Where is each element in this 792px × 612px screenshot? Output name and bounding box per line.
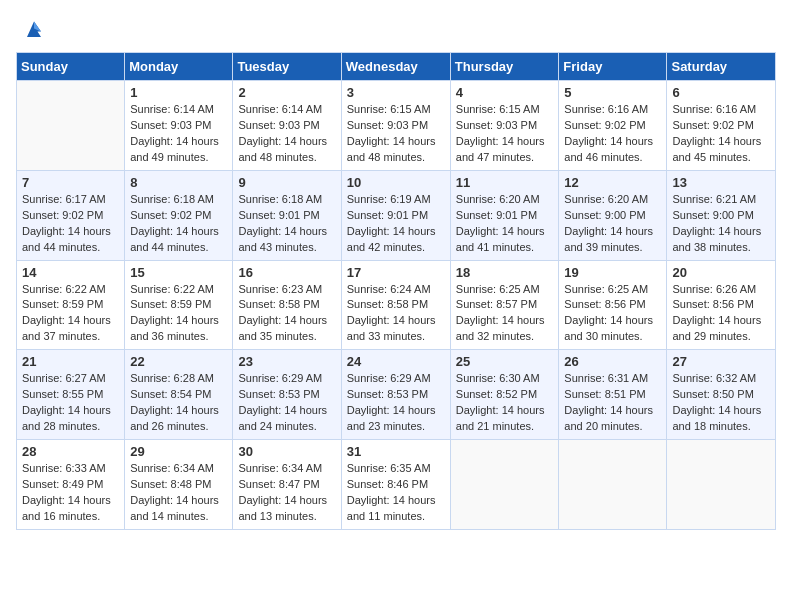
day-number: 29: [130, 444, 227, 459]
cell-info: Sunrise: 6:22 AM Sunset: 8:59 PM Dayligh…: [130, 282, 227, 346]
calendar-cell: 16Sunrise: 6:23 AM Sunset: 8:58 PM Dayli…: [233, 260, 341, 350]
cell-info: Sunrise: 6:32 AM Sunset: 8:50 PM Dayligh…: [672, 371, 770, 435]
day-number: 15: [130, 265, 227, 280]
day-number: 13: [672, 175, 770, 190]
weekday-header-sunday: Sunday: [17, 53, 125, 81]
calendar-cell: [450, 440, 559, 530]
calendar-cell: 7Sunrise: 6:17 AM Sunset: 9:02 PM Daylig…: [17, 170, 125, 260]
day-number: 7: [22, 175, 119, 190]
day-number: 31: [347, 444, 445, 459]
day-number: 3: [347, 85, 445, 100]
day-number: 26: [564, 354, 661, 369]
day-number: 17: [347, 265, 445, 280]
calendar-cell: 3Sunrise: 6:15 AM Sunset: 9:03 PM Daylig…: [341, 81, 450, 171]
day-number: 24: [347, 354, 445, 369]
day-number: 6: [672, 85, 770, 100]
calendar-cell: 26Sunrise: 6:31 AM Sunset: 8:51 PM Dayli…: [559, 350, 667, 440]
cell-info: Sunrise: 6:20 AM Sunset: 9:01 PM Dayligh…: [456, 192, 554, 256]
day-number: 10: [347, 175, 445, 190]
cell-info: Sunrise: 6:22 AM Sunset: 8:59 PM Dayligh…: [22, 282, 119, 346]
calendar-cell: 17Sunrise: 6:24 AM Sunset: 8:58 PM Dayli…: [341, 260, 450, 350]
day-number: 9: [238, 175, 335, 190]
calendar-cell: 8Sunrise: 6:18 AM Sunset: 9:02 PM Daylig…: [125, 170, 233, 260]
calendar-cell: 19Sunrise: 6:25 AM Sunset: 8:56 PM Dayli…: [559, 260, 667, 350]
day-number: 20: [672, 265, 770, 280]
cell-info: Sunrise: 6:16 AM Sunset: 9:02 PM Dayligh…: [672, 102, 770, 166]
cell-info: Sunrise: 6:16 AM Sunset: 9:02 PM Dayligh…: [564, 102, 661, 166]
cell-info: Sunrise: 6:25 AM Sunset: 8:57 PM Dayligh…: [456, 282, 554, 346]
calendar-cell: 21Sunrise: 6:27 AM Sunset: 8:55 PM Dayli…: [17, 350, 125, 440]
day-number: 28: [22, 444, 119, 459]
cell-info: Sunrise: 6:29 AM Sunset: 8:53 PM Dayligh…: [347, 371, 445, 435]
cell-info: Sunrise: 6:25 AM Sunset: 8:56 PM Dayligh…: [564, 282, 661, 346]
day-number: 22: [130, 354, 227, 369]
cell-info: Sunrise: 6:17 AM Sunset: 9:02 PM Dayligh…: [22, 192, 119, 256]
cell-info: Sunrise: 6:20 AM Sunset: 9:00 PM Dayligh…: [564, 192, 661, 256]
calendar-week-4: 21Sunrise: 6:27 AM Sunset: 8:55 PM Dayli…: [17, 350, 776, 440]
day-number: 14: [22, 265, 119, 280]
calendar-cell: 29Sunrise: 6:34 AM Sunset: 8:48 PM Dayli…: [125, 440, 233, 530]
day-number: 19: [564, 265, 661, 280]
cell-info: Sunrise: 6:33 AM Sunset: 8:49 PM Dayligh…: [22, 461, 119, 525]
cell-info: Sunrise: 6:14 AM Sunset: 9:03 PM Dayligh…: [130, 102, 227, 166]
calendar-week-1: 1Sunrise: 6:14 AM Sunset: 9:03 PM Daylig…: [17, 81, 776, 171]
calendar-cell: 31Sunrise: 6:35 AM Sunset: 8:46 PM Dayli…: [341, 440, 450, 530]
cell-info: Sunrise: 6:34 AM Sunset: 8:48 PM Dayligh…: [130, 461, 227, 525]
cell-info: Sunrise: 6:35 AM Sunset: 8:46 PM Dayligh…: [347, 461, 445, 525]
calendar-cell: 14Sunrise: 6:22 AM Sunset: 8:59 PM Dayli…: [17, 260, 125, 350]
calendar-cell: 4Sunrise: 6:15 AM Sunset: 9:03 PM Daylig…: [450, 81, 559, 171]
calendar-cell: 10Sunrise: 6:19 AM Sunset: 9:01 PM Dayli…: [341, 170, 450, 260]
cell-info: Sunrise: 6:29 AM Sunset: 8:53 PM Dayligh…: [238, 371, 335, 435]
calendar-cell: 9Sunrise: 6:18 AM Sunset: 9:01 PM Daylig…: [233, 170, 341, 260]
cell-info: Sunrise: 6:31 AM Sunset: 8:51 PM Dayligh…: [564, 371, 661, 435]
cell-info: Sunrise: 6:15 AM Sunset: 9:03 PM Dayligh…: [456, 102, 554, 166]
cell-info: Sunrise: 6:21 AM Sunset: 9:00 PM Dayligh…: [672, 192, 770, 256]
cell-info: Sunrise: 6:19 AM Sunset: 9:01 PM Dayligh…: [347, 192, 445, 256]
day-number: 27: [672, 354, 770, 369]
calendar-cell: 28Sunrise: 6:33 AM Sunset: 8:49 PM Dayli…: [17, 440, 125, 530]
cell-info: Sunrise: 6:18 AM Sunset: 9:01 PM Dayligh…: [238, 192, 335, 256]
calendar-cell: [17, 81, 125, 171]
day-number: 25: [456, 354, 554, 369]
calendar-cell: 2Sunrise: 6:14 AM Sunset: 9:03 PM Daylig…: [233, 81, 341, 171]
cell-info: Sunrise: 6:23 AM Sunset: 8:58 PM Dayligh…: [238, 282, 335, 346]
weekday-header-monday: Monday: [125, 53, 233, 81]
cell-info: Sunrise: 6:28 AM Sunset: 8:54 PM Dayligh…: [130, 371, 227, 435]
calendar-cell: 1Sunrise: 6:14 AM Sunset: 9:03 PM Daylig…: [125, 81, 233, 171]
calendar-cell: 23Sunrise: 6:29 AM Sunset: 8:53 PM Dayli…: [233, 350, 341, 440]
weekday-header-saturday: Saturday: [667, 53, 776, 81]
day-number: 30: [238, 444, 335, 459]
day-number: 18: [456, 265, 554, 280]
day-number: 4: [456, 85, 554, 100]
calendar-cell: 6Sunrise: 6:16 AM Sunset: 9:02 PM Daylig…: [667, 81, 776, 171]
page-header: [16, 16, 776, 44]
weekday-header-tuesday: Tuesday: [233, 53, 341, 81]
cell-info: Sunrise: 6:30 AM Sunset: 8:52 PM Dayligh…: [456, 371, 554, 435]
calendar-cell: 30Sunrise: 6:34 AM Sunset: 8:47 PM Dayli…: [233, 440, 341, 530]
cell-info: Sunrise: 6:27 AM Sunset: 8:55 PM Dayligh…: [22, 371, 119, 435]
day-number: 23: [238, 354, 335, 369]
calendar-cell: 13Sunrise: 6:21 AM Sunset: 9:00 PM Dayli…: [667, 170, 776, 260]
calendar-cell: 22Sunrise: 6:28 AM Sunset: 8:54 PM Dayli…: [125, 350, 233, 440]
day-number: 2: [238, 85, 335, 100]
calendar-cell: 18Sunrise: 6:25 AM Sunset: 8:57 PM Dayli…: [450, 260, 559, 350]
cell-info: Sunrise: 6:14 AM Sunset: 9:03 PM Dayligh…: [238, 102, 335, 166]
cell-info: Sunrise: 6:26 AM Sunset: 8:56 PM Dayligh…: [672, 282, 770, 346]
logo: [16, 16, 48, 44]
calendar-cell: 15Sunrise: 6:22 AM Sunset: 8:59 PM Dayli…: [125, 260, 233, 350]
calendar-cell: 12Sunrise: 6:20 AM Sunset: 9:00 PM Dayli…: [559, 170, 667, 260]
weekday-header-wednesday: Wednesday: [341, 53, 450, 81]
calendar-header: SundayMondayTuesdayWednesdayThursdayFrid…: [17, 53, 776, 81]
day-number: 1: [130, 85, 227, 100]
day-number: 8: [130, 175, 227, 190]
cell-info: Sunrise: 6:24 AM Sunset: 8:58 PM Dayligh…: [347, 282, 445, 346]
calendar-week-2: 7Sunrise: 6:17 AM Sunset: 9:02 PM Daylig…: [17, 170, 776, 260]
cell-info: Sunrise: 6:15 AM Sunset: 9:03 PM Dayligh…: [347, 102, 445, 166]
calendar-cell: 11Sunrise: 6:20 AM Sunset: 9:01 PM Dayli…: [450, 170, 559, 260]
calendar-cell: [667, 440, 776, 530]
calendar-table: SundayMondayTuesdayWednesdayThursdayFrid…: [16, 52, 776, 530]
day-number: 21: [22, 354, 119, 369]
calendar-cell: 27Sunrise: 6:32 AM Sunset: 8:50 PM Dayli…: [667, 350, 776, 440]
calendar-cell: 5Sunrise: 6:16 AM Sunset: 9:02 PM Daylig…: [559, 81, 667, 171]
calendar-cell: 20Sunrise: 6:26 AM Sunset: 8:56 PM Dayli…: [667, 260, 776, 350]
